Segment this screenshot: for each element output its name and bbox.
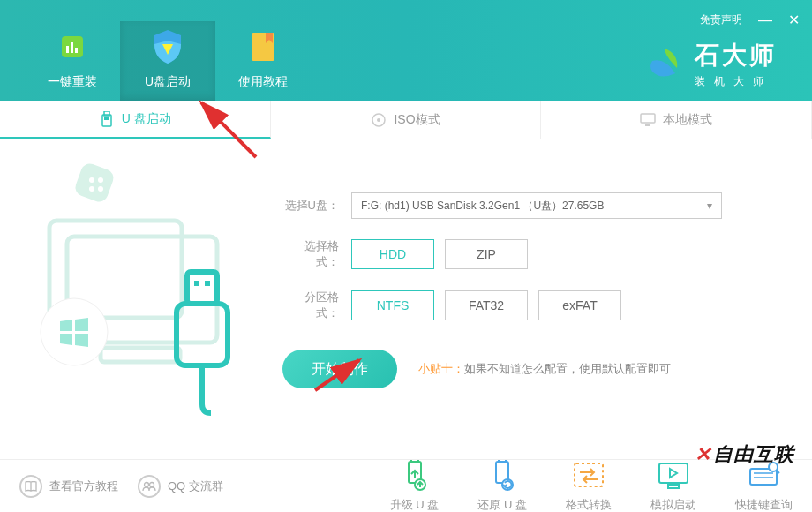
- svg-rect-35: [668, 485, 679, 488]
- brand: 石大师 装机大师: [645, 39, 777, 89]
- illustration-panel: [0, 139, 274, 459]
- usb-up-icon: [402, 460, 428, 492]
- tip-text: 如果不知道怎么配置，使用默认配置即可: [464, 361, 671, 377]
- svg-rect-21: [187, 272, 217, 304]
- tool-simulate-boot[interactable]: 模拟启动: [650, 460, 696, 513]
- svg-rect-7: [104, 117, 109, 120]
- usb-select-value: F:G: (hd1) USB SanDisk 3.2Gen1 （U盘）27.65…: [361, 199, 604, 214]
- tab-tutorial[interactable]: 使用教程: [215, 21, 311, 101]
- monitor-play-icon: [658, 460, 689, 492]
- bar-chart-icon: [25, 26, 120, 67]
- svg-point-39: [769, 463, 778, 471]
- partition-label: 分区格式：: [282, 290, 339, 321]
- svg-rect-33: [575, 463, 603, 486]
- tab-label: U盘启动: [120, 74, 215, 90]
- tool-label: 还原 U 盘: [477, 497, 527, 513]
- partition-exfat[interactable]: exFAT: [538, 290, 621, 320]
- users-icon: [138, 475, 161, 498]
- svg-rect-6: [104, 111, 109, 116]
- svg-rect-5: [102, 115, 111, 126]
- brand-title: 石大师: [695, 39, 777, 72]
- brand-logo-icon: [645, 45, 684, 84]
- svg-rect-1: [66, 46, 69, 53]
- minimize-button[interactable]: —: [758, 13, 772, 27]
- tab-label: 使用教程: [215, 74, 311, 90]
- tool-format-convert[interactable]: 格式转换: [566, 460, 612, 513]
- qq-group-link[interactable]: QQ 交流群: [138, 475, 223, 498]
- swap-icon: [573, 460, 605, 492]
- chevron-down-icon: ▾: [707, 200, 712, 212]
- tool-upgrade-usb[interactable]: 升级 U 盘: [390, 460, 440, 513]
- format-hdd[interactable]: HDD: [351, 239, 434, 269]
- tip-label: 小贴士：: [418, 361, 464, 377]
- svg-rect-3: [75, 48, 78, 53]
- svg-rect-23: [205, 281, 210, 286]
- subnav-label: U 盘启动: [122, 111, 171, 127]
- svg-rect-2: [71, 42, 73, 53]
- tab-reinstall[interactable]: 一键重装: [25, 21, 120, 101]
- disclaimer-link[interactable]: 免责声明: [700, 12, 742, 27]
- book-icon: [215, 26, 311, 67]
- monitor-icon: [640, 112, 656, 128]
- bottom-link-label: QQ 交流群: [168, 478, 223, 494]
- tool-restore-usb[interactable]: 还原 U 盘: [477, 460, 527, 513]
- svg-point-14: [98, 177, 103, 183]
- format-zip[interactable]: ZIP: [445, 239, 528, 269]
- subnav-usb-boot[interactable]: U 盘启动: [0, 101, 271, 139]
- svg-point-16: [98, 186, 103, 192]
- svg-point-15: [89, 186, 94, 192]
- svg-rect-19: [101, 348, 180, 362]
- svg-rect-10: [641, 114, 655, 123]
- iso-icon: [371, 112, 387, 128]
- svg-point-25: [145, 482, 149, 486]
- svg-point-13: [89, 177, 94, 183]
- official-tutorial-link[interactable]: 查看官方教程: [19, 475, 118, 498]
- svg-point-9: [377, 118, 380, 122]
- svg-point-26: [150, 482, 154, 486]
- svg-rect-34: [659, 463, 688, 483]
- tool-label: 格式转换: [566, 497, 612, 513]
- subnav-label: 本地模式: [663, 112, 712, 128]
- partition-ntfs[interactable]: NTFS: [351, 290, 434, 320]
- svg-rect-12: [73, 162, 117, 205]
- tool-label: 升级 U 盘: [390, 497, 440, 513]
- usb-refresh-icon: [489, 460, 515, 492]
- tab-usb-boot[interactable]: U盘启动: [120, 21, 215, 101]
- usb-select[interactable]: F:G: (hd1) USB SanDisk 3.2Gen1 （U盘）27.65…: [351, 192, 722, 219]
- svg-rect-22: [194, 281, 199, 286]
- svg-point-20: [41, 298, 108, 365]
- tab-label: 一键重装: [25, 74, 120, 90]
- tool-label: 模拟启动: [650, 497, 696, 513]
- tool-label: 快捷键查询: [735, 497, 793, 513]
- partition-fat32[interactable]: FAT32: [445, 290, 528, 320]
- brand-subtitle: 装机大师: [695, 74, 777, 89]
- subnav-label: ISO模式: [394, 112, 440, 128]
- tool-hotkey-lookup[interactable]: 快捷键查询: [735, 460, 793, 513]
- book-open-icon: [19, 475, 42, 498]
- bottom-link-label: 查看官方教程: [49, 478, 118, 494]
- format-label: 选择格式：: [282, 238, 339, 270]
- shield-icon: [120, 26, 215, 67]
- close-button[interactable]: ✕: [788, 13, 800, 27]
- svg-rect-24: [177, 304, 228, 365]
- start-make-button[interactable]: 开始制作: [282, 350, 397, 388]
- usb-select-label: 选择U盘：: [282, 198, 339, 214]
- subnav-local[interactable]: 本地模式: [541, 101, 812, 139]
- svg-rect-11: [645, 124, 650, 126]
- usb-icon: [99, 111, 115, 127]
- keyboard-search-icon: [748, 460, 780, 492]
- subnav-iso[interactable]: ISO模式: [271, 101, 542, 139]
